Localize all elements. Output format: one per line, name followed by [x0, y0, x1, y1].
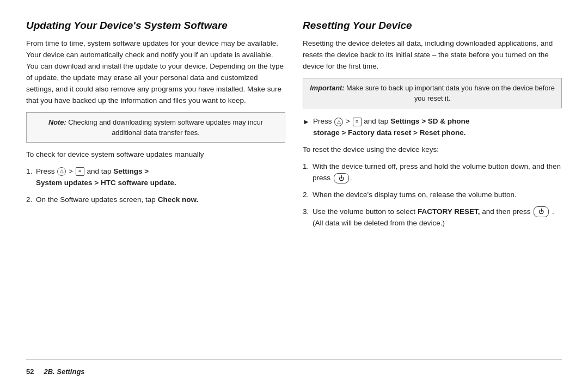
- bullet-home-icon: △: [334, 118, 343, 126]
- footer-section: 2B. Settings: [44, 367, 84, 376]
- bullet-bold: storage > Factory data reset > Reset pho…: [313, 128, 466, 137]
- step1-content: Press △ > ≡ and tap Settings > System up…: [36, 166, 285, 189]
- right-intro: Resetting the device deletes all data, i…: [303, 38, 562, 72]
- r-step3-num: 3.: [303, 206, 313, 218]
- bullet-point: ► Press △ > ≡ and tap Settings > SD & ph…: [303, 116, 562, 139]
- bullet-settings: Settings > SD & phone: [390, 117, 469, 125]
- r-step3-power-btn: ⏻: [534, 206, 549, 217]
- footer: 52 2B. Settings: [26, 359, 562, 376]
- manual-check-label: To check for device system software upda…: [26, 149, 285, 161]
- r-step1-num: 1.: [303, 161, 313, 173]
- footer-page-number: 52: [26, 367, 34, 376]
- step1-bold: System updates > HTC software update.: [36, 179, 176, 187]
- note-box: Note: Checking and downloading system so…: [26, 112, 285, 143]
- right-steps-list: 1. With the device turned off, press and…: [303, 161, 562, 229]
- r-step2-content: When the device's display turns on, rele…: [313, 189, 562, 201]
- step1-gt1: >: [69, 167, 75, 175]
- right-column: Resetting Your Device Resetting the devi…: [303, 20, 562, 354]
- r-step2-num: 2.: [303, 189, 313, 201]
- bullet-menu-icon: ≡: [353, 118, 362, 126]
- bullet-gt: >: [346, 117, 352, 125]
- step1-num: 1.: [26, 166, 36, 177]
- important-text: Make sure to back up important data you …: [346, 84, 555, 102]
- right-step-2: 2. When the device's display turns on, r…: [303, 189, 562, 201]
- r-step3-content: Use the volume button to select FACTORY …: [313, 206, 562, 229]
- step2-content: On the Software updates screen, tap Chec…: [36, 194, 285, 206]
- step2-bold: Check now.: [158, 195, 199, 204]
- step1-home-icon: △: [57, 167, 66, 176]
- device-keys-label: To reset the device using the device key…: [303, 144, 562, 156]
- important-label: Important:: [310, 84, 344, 92]
- r-step3-middle: and then press: [482, 207, 530, 216]
- page: Updating Your Device's System Software F…: [0, 0, 588, 392]
- right-step-3: 3. Use the volume button to select FACTO…: [303, 206, 562, 229]
- step2-prefix: On the Software updates screen, tap: [36, 195, 156, 204]
- step1-menu-icon: ≡: [76, 167, 84, 176]
- note-label: Note:: [48, 118, 66, 126]
- r-step1-content: With the device turned off, press and ho…: [313, 161, 562, 184]
- left-steps-list: 1. Press △ > ≡ and tap Settings > System…: [26, 166, 285, 206]
- right-title: Resetting Your Device: [303, 20, 562, 32]
- left-step-1: 1. Press △ > ≡ and tap Settings > System…: [26, 166, 285, 189]
- left-column: Updating Your Device's System Software F…: [26, 20, 285, 354]
- r-step3-bold: FACTORY RESET,: [418, 207, 480, 216]
- step1-press-label: Press: [36, 167, 55, 175]
- left-intro: From time to time, system software updat…: [26, 38, 285, 107]
- bullet-content: Press △ > ≡ and tap Settings > SD & phon…: [313, 116, 562, 139]
- right-step-1: 1. With the device turned off, press and…: [303, 161, 562, 184]
- bullet-press: Press: [313, 117, 332, 125]
- step1-settings: Settings >: [113, 167, 149, 175]
- step2-num: 2.: [26, 194, 36, 206]
- note-text: Checking and downloading system software…: [68, 118, 263, 137]
- columns: Updating Your Device's System Software F…: [26, 20, 562, 354]
- left-title: Updating Your Device's System Software: [26, 20, 285, 32]
- r-step1-text: With the device turned off, press and ho…: [313, 162, 561, 182]
- bullet-arrow-icon: ►: [303, 117, 310, 127]
- important-box: Important: Make sure to back up importan…: [303, 78, 562, 108]
- r-step3-prefix: Use the volume button to select: [313, 207, 415, 216]
- r-step1-power-btn: ⏻: [334, 173, 349, 184]
- left-step-2: 2. On the Software updates screen, tap C…: [26, 194, 285, 206]
